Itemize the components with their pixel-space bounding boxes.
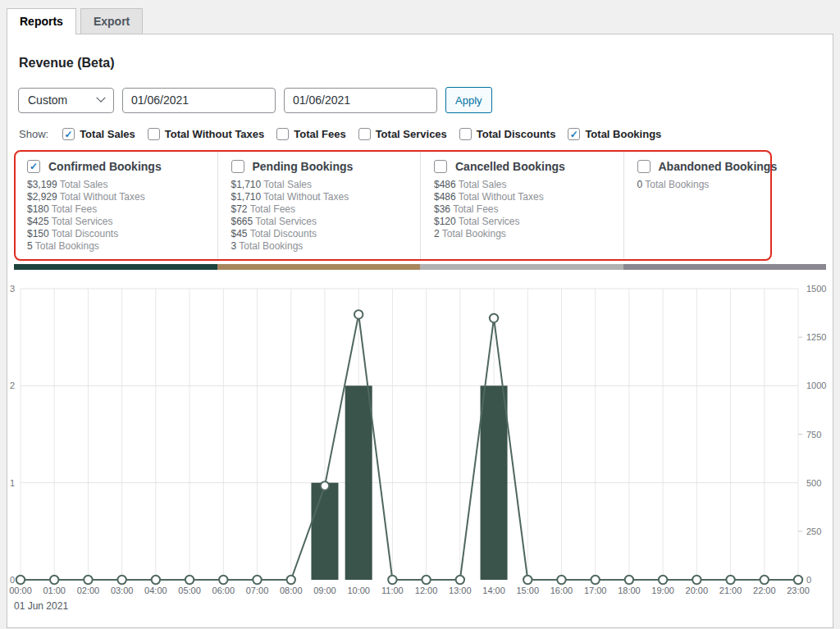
x-axis-label: 06:00 bbox=[212, 586, 235, 595]
stat-value: $180 bbox=[27, 203, 49, 215]
x-axis-label: 08:00 bbox=[280, 586, 303, 595]
stat-value: $120 bbox=[434, 216, 456, 227]
card-title: Abandoned Bookings bbox=[659, 160, 778, 173]
chart-point-09:00 bbox=[321, 481, 329, 490]
stat-label: Total Fees bbox=[52, 203, 97, 215]
card-stat: $36 Total Fees bbox=[434, 203, 610, 216]
card-stat: 3 Total Bookings bbox=[231, 240, 408, 253]
stat-value: 0 bbox=[637, 179, 643, 190]
card-stat: $180 Total Fees bbox=[27, 203, 204, 216]
checkbox-pending-bookings[interactable] bbox=[231, 160, 244, 173]
x-axis-label: 18:00 bbox=[618, 586, 641, 595]
x-axis-label: 21:00 bbox=[719, 586, 742, 595]
chart-point-02:00 bbox=[84, 576, 92, 584]
chart-point-20:00 bbox=[692, 576, 701, 584]
card-header: Pending Bookings bbox=[231, 160, 408, 173]
stat-label: Total Services bbox=[52, 216, 113, 227]
tab-bar: Reports Export bbox=[0, 0, 840, 34]
left-axis-label: 3 bbox=[10, 284, 15, 294]
stat-value: $486 bbox=[434, 191, 456, 203]
chart-point-01:00 bbox=[50, 576, 58, 584]
x-axis-label: 00:00 bbox=[9, 586, 32, 595]
card-stat: $150 Total Discounts bbox=[27, 228, 204, 240]
checkbox-abandoned-bookings[interactable] bbox=[637, 160, 651, 173]
card-confirmed-bookings: ✓Confirmed Bookings$3,199 Total Sales$2,… bbox=[14, 150, 217, 261]
checkbox-confirmed-bookings[interactable]: ✓ bbox=[27, 160, 40, 173]
stat-label: Total Without Taxes bbox=[263, 191, 349, 203]
stat-value: $665 bbox=[231, 216, 253, 227]
stat-label: Total Sales bbox=[459, 179, 507, 190]
x-axis-label: 03:00 bbox=[111, 586, 134, 595]
date-to-input[interactable] bbox=[284, 88, 437, 113]
chart-bar-14:00 bbox=[481, 385, 508, 580]
right-axis-label: 1250 bbox=[806, 332, 826, 342]
stat-value: $72 bbox=[231, 203, 248, 215]
chart-point-08:00 bbox=[287, 576, 295, 584]
chart-point-10:00 bbox=[354, 310, 363, 318]
show-option-label: Total Discounts bbox=[477, 128, 556, 140]
revenue-chart: 0123025050075010001250150000:0001:0002:0… bbox=[12, 277, 833, 622]
show-option-total-fees[interactable]: Total Fees bbox=[276, 128, 345, 140]
checkbox-total-discounts[interactable] bbox=[459, 128, 472, 140]
checkbox-total-services[interactable] bbox=[358, 128, 371, 140]
x-axis-label: 04:00 bbox=[144, 586, 167, 595]
x-axis-label: 01:00 bbox=[43, 586, 66, 595]
chart-bar-10:00 bbox=[345, 385, 372, 580]
card-header: ✓Confirmed Bookings bbox=[27, 160, 204, 173]
accent-bar-pending-bookings bbox=[217, 264, 421, 270]
card-stat: 2 Total Bookings bbox=[434, 228, 610, 240]
x-axis-label: 19:00 bbox=[651, 586, 674, 595]
tab-export[interactable]: Export bbox=[80, 8, 143, 34]
date-from-input[interactable] bbox=[122, 88, 276, 113]
stat-label: Total Without Taxes bbox=[459, 191, 544, 203]
card-pending-bookings: Pending Bookings$1,710 Total Sales$1,710… bbox=[217, 150, 421, 261]
checkbox-total-sales[interactable]: ✓ bbox=[62, 128, 75, 140]
x-axis-label: 05:00 bbox=[178, 586, 201, 595]
stat-label: Total Bookings bbox=[35, 240, 99, 252]
card-stat: $425 Total Services bbox=[27, 216, 204, 228]
stat-value: 3 bbox=[231, 240, 237, 252]
chart-point-06:00 bbox=[219, 576, 227, 584]
right-axis-label: 500 bbox=[806, 478, 821, 488]
show-option-total-discounts[interactable]: Total Discounts bbox=[459, 128, 556, 140]
chart-point-19:00 bbox=[659, 576, 667, 584]
left-axis-label: 1 bbox=[10, 478, 15, 488]
show-option-label: Total Bookings bbox=[585, 128, 661, 140]
x-axis-label: 13:00 bbox=[449, 586, 472, 595]
checkbox-cancelled-bookings[interactable] bbox=[434, 160, 447, 173]
show-option-total-bookings[interactable]: ✓Total Bookings bbox=[568, 128, 661, 140]
show-option-total-without-taxes[interactable]: Total Without Taxes bbox=[148, 128, 264, 140]
stat-label: Total Without Taxes bbox=[60, 191, 145, 203]
chart-bar-09:00 bbox=[311, 483, 338, 580]
stat-label: Total Bookings bbox=[442, 228, 506, 239]
date-range-selected-value: Custom bbox=[28, 93, 67, 107]
show-option-label: Total Services bbox=[376, 128, 447, 140]
filter-row: Custom Apply bbox=[12, 87, 828, 113]
stat-value: 5 bbox=[27, 240, 33, 252]
checkbox-total-without-taxes[interactable] bbox=[148, 128, 160, 140]
right-axis-label: 0 bbox=[806, 575, 811, 585]
stat-value: $36 bbox=[434, 203, 450, 215]
card-stat: $120 Total Services bbox=[434, 216, 610, 228]
tab-reports[interactable]: Reports bbox=[7, 8, 76, 34]
chart-point-00:00 bbox=[16, 576, 25, 584]
x-axis-label: 07:00 bbox=[246, 586, 269, 595]
stat-label: Total Bookings bbox=[645, 179, 709, 190]
left-axis-label: 2 bbox=[10, 381, 15, 390]
show-option-total-sales[interactable]: ✓Total Sales bbox=[62, 128, 135, 140]
checkbox-total-fees[interactable] bbox=[276, 128, 289, 140]
accent-bar-cancelled-bookings bbox=[420, 264, 623, 270]
x-axis-label: 10:00 bbox=[347, 586, 370, 595]
chart-point-13:00 bbox=[456, 576, 464, 584]
show-option-total-services[interactable]: Total Services bbox=[358, 128, 447, 140]
checkbox-total-bookings[interactable]: ✓ bbox=[568, 128, 580, 140]
stat-label: Total Discounts bbox=[52, 228, 118, 239]
x-axis-label: 12:00 bbox=[415, 586, 438, 595]
apply-button[interactable]: Apply bbox=[445, 87, 492, 113]
chart-point-04:00 bbox=[152, 576, 160, 584]
right-axis-label: 1500 bbox=[806, 284, 826, 294]
card-title: Cancelled Bookings bbox=[455, 160, 565, 173]
date-range-select[interactable]: Custom bbox=[18, 88, 114, 113]
chart-point-17:00 bbox=[591, 576, 599, 584]
page-title: Revenue (Beta) bbox=[12, 56, 828, 71]
